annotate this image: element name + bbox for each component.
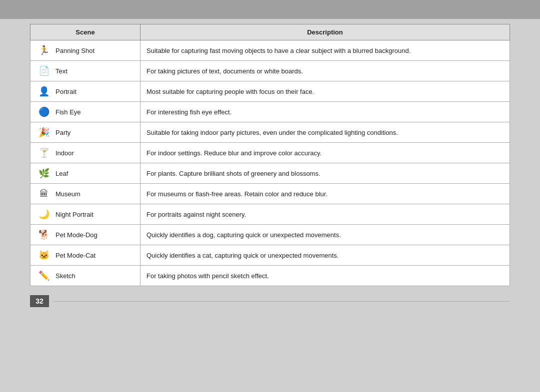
table-row: 🌙Night PortraitFor portraits against nig…	[30, 204, 510, 225]
scene-inner-0: 🏃Panning Shot	[36, 44, 134, 56]
table-row: 🌿LeafFor plants. Capture brilliant shots…	[30, 163, 510, 184]
scene-cell-9: 🐕Pet Mode-Dog	[30, 225, 140, 245]
scene-label-8: Night Portrait	[56, 211, 94, 218]
scene-icon-4: 🎉	[36, 126, 52, 138]
scene-inner-9: 🐕Pet Mode-Dog	[36, 229, 134, 241]
scene-cell-1: 📄Text	[30, 61, 140, 81]
scene-inner-3: 🔵Fish Eye	[36, 106, 134, 118]
table-row: 👤PortraitMost suitable for capturing peo…	[30, 81, 510, 102]
description-cell-8: For portraits against night scenery.	[140, 204, 510, 225]
scene-cell-6: 🌿Leaf	[30, 163, 140, 184]
description-cell-6: For plants. Capture brilliant shots of g…	[140, 163, 510, 184]
scene-label-7: Museum	[56, 190, 80, 198]
page-content: Scene Description 🏃Panning ShotSuitable …	[30, 24, 510, 286]
scene-inner-6: 🌿Leaf	[36, 167, 134, 179]
scene-cell-8: 🌙Night Portrait	[30, 204, 140, 225]
table-row: 🏛MuseumFor museums or flash-free areas. …	[30, 184, 510, 204]
description-cell-3: For interesting fish eye effect.	[140, 102, 510, 122]
scene-inner-1: 📄Text	[36, 65, 134, 77]
scene-label-0: Panning Shot	[56, 47, 94, 54]
col-description-header: Description	[140, 24, 510, 40]
table-row: 🎉PartySuitable for taking indoor party p…	[30, 122, 510, 143]
scene-icon-11: ✏️	[36, 270, 52, 282]
description-cell-0: Suitable for capturing fast moving objec…	[140, 40, 510, 61]
description-cell-11: For taking photos with pencil sketch eff…	[140, 266, 510, 286]
scene-inner-8: 🌙Night Portrait	[36, 208, 134, 220]
col-scene-header: Scene	[30, 24, 140, 40]
scene-label-6: Leaf	[56, 170, 68, 177]
scene-icon-8: 🌙	[36, 208, 52, 220]
scene-label-5: Indoor	[56, 149, 74, 157]
description-cell-2: Most suitable for capturing people with …	[140, 81, 510, 102]
scene-inner-10: 🐱Pet Mode-Cat	[36, 249, 134, 261]
scene-label-2: Portrait	[56, 88, 76, 95]
table-row: ✏️SketchFor taking photos with pencil sk…	[30, 266, 510, 286]
table-header-row: Scene Description	[30, 24, 510, 40]
table-row: 📄TextFor taking pictures of text, docume…	[30, 61, 510, 81]
scene-cell-10: 🐱Pet Mode-Cat	[30, 245, 140, 266]
table-row: 🐕Pet Mode-DogQuickly identifies a dog, c…	[30, 225, 510, 245]
scene-icon-6: 🌿	[36, 167, 52, 179]
page-number: 32	[30, 295, 49, 307]
description-cell-5: For indoor settings. Reduce blur and imp…	[140, 143, 510, 163]
scene-icon-0: 🏃	[36, 44, 52, 56]
top-bar	[0, 0, 540, 19]
scene-label-1: Text	[56, 67, 68, 75]
scene-cell-11: ✏️Sketch	[30, 266, 140, 286]
scene-inner-4: 🎉Party	[36, 126, 134, 138]
description-cell-7: For museums or flash-free areas. Retain …	[140, 184, 510, 204]
table-row: 🐱Pet Mode-CatQuickly identifies a cat, c…	[30, 245, 510, 266]
scene-inner-11: ✏️Sketch	[36, 270, 134, 282]
scene-cell-0: 🏃Panning Shot	[30, 40, 140, 61]
table-row: 🍸IndoorFor indoor settings. Reduce blur …	[30, 143, 510, 163]
description-cell-1: For taking pictures of text, documents o…	[140, 61, 510, 81]
scene-icon-9: 🐕	[36, 229, 52, 241]
scene-cell-7: 🏛Museum	[30, 184, 140, 204]
scene-icon-7: 🏛	[36, 188, 52, 200]
scene-cell-3: 🔵Fish Eye	[30, 102, 140, 122]
table-row: 🔵Fish EyeFor interesting fish eye effect…	[30, 102, 510, 122]
description-cell-9: Quickly identifies a dog, capturing quic…	[140, 225, 510, 245]
scene-cell-5: 🍸Indoor	[30, 143, 140, 163]
scene-inner-5: 🍸Indoor	[36, 147, 134, 159]
scene-icon-10: 🐱	[36, 249, 52, 261]
scene-label-11: Sketch	[56, 272, 76, 280]
scene-cell-4: 🎉Party	[30, 122, 140, 143]
description-cell-4: Suitable for taking indoor party picture…	[140, 122, 510, 143]
description-cell-10: Quickly identifies a cat, capturing quic…	[140, 245, 510, 266]
scene-label-10: Pet Mode-Cat	[56, 252, 96, 259]
scene-icon-2: 👤	[36, 85, 52, 97]
scene-label-3: Fish Eye	[56, 108, 81, 116]
scene-icon-3: 🔵	[36, 106, 52, 118]
scene-inner-2: 👤Portrait	[36, 85, 134, 97]
scene-table: Scene Description 🏃Panning ShotSuitable …	[30, 24, 510, 286]
table-row: 🏃Panning ShotSuitable for capturing fast…	[30, 40, 510, 61]
scene-icon-5: 🍸	[36, 147, 52, 159]
scene-cell-2: 👤Portrait	[30, 81, 140, 102]
scene-icon-1: 📄	[36, 65, 52, 77]
bottom-line	[53, 301, 510, 302]
scene-label-9: Pet Mode-Dog	[56, 231, 98, 239]
bottom-bar: 32	[30, 295, 510, 307]
scene-label-4: Party	[56, 129, 70, 136]
scene-inner-7: 🏛Museum	[36, 188, 134, 200]
